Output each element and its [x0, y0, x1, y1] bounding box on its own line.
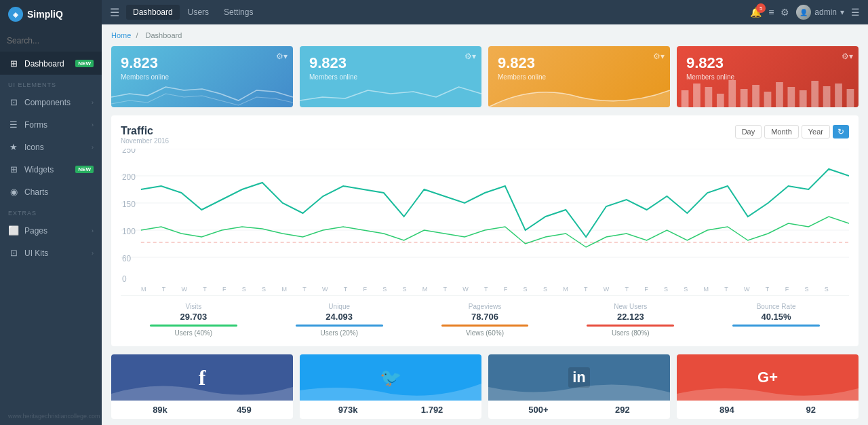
- sidebar-item-components[interactable]: ⊡ Components ›: [0, 91, 102, 113]
- google-value-2: 92: [806, 405, 816, 415]
- linkedin-icon: in: [568, 367, 590, 388]
- stat-card-1: 9.823 Members online ⚙▾: [111, 46, 293, 107]
- sidebar-item-pages[interactable]: ⬜ Pages ›: [0, 219, 102, 242]
- gear-icon-4[interactable]: ⚙▾: [842, 52, 853, 61]
- bouncerate-label: Bounce Rate: [703, 303, 849, 310]
- visits-label: Visits: [121, 303, 267, 310]
- pageviews-sub: Views (60%): [412, 329, 558, 337]
- twitter-card-bottom: 973k 1.792: [300, 401, 481, 419]
- svg-rect-5: [741, 89, 748, 107]
- traffic-stat-unique: Unique 24.093 Users (20%): [267, 303, 412, 337]
- svg-text:60: 60: [122, 254, 132, 263]
- traffic-header: Traffic November 2016 Day Month Year ↻: [121, 125, 849, 145]
- notification-icon[interactable]: 🔔 5: [750, 7, 762, 18]
- traffic-day-btn[interactable]: Day: [735, 125, 762, 138]
- sidebar-bottom-text: www.heritagechristiancollege.com: [0, 407, 102, 425]
- svg-rect-2: [705, 87, 713, 107]
- breadcrumb-current: Dashboard: [146, 31, 182, 39]
- traffic-section: Traffic November 2016 Day Month Year ↻: [111, 115, 859, 346]
- components-icon: ⊡: [8, 97, 19, 107]
- svg-rect-8: [776, 82, 783, 107]
- svg-rect-10: [800, 90, 807, 107]
- logo-icon: ◈: [8, 7, 23, 22]
- traffic-year-btn[interactable]: Year: [802, 125, 830, 138]
- svg-text:250: 250: [122, 149, 136, 155]
- sidebar-logo: ◈ SimpliQ: [0, 0, 102, 29]
- traffic-title: Traffic: [121, 125, 169, 137]
- visits-bar: [150, 325, 237, 327]
- twitter-value-2: 1.792: [421, 405, 443, 415]
- traffic-controls: Day Month Year ↻: [735, 125, 849, 138]
- sidebar: ◈ SimpliQ ⊞ Dashboard NEW UI ELEMENTS ⊡ …: [0, 0, 102, 425]
- linkedin-card-bottom: 500+ 292: [488, 401, 670, 419]
- svg-rect-6: [752, 85, 760, 107]
- pages-icon: ⬜: [8, 225, 19, 236]
- topnav: ☰ Dashboard Users Settings 🔔 5 ≡ ⚙ 👤 adm…: [102, 0, 868, 24]
- sidebar-item-icons[interactable]: ★ Icons ›: [0, 136, 102, 158]
- stat-chart-2: [300, 77, 481, 107]
- topnav-link-users[interactable]: Users: [181, 5, 216, 20]
- stat-number-1: 9.823: [121, 54, 283, 72]
- gear-icon-1[interactable]: ⚙▾: [276, 52, 288, 61]
- newusers-label: New Users: [557, 303, 703, 310]
- chevron-icon: ›: [92, 144, 94, 151]
- facebook-value-1: 89k: [153, 405, 167, 415]
- facebook-icon: f: [199, 365, 206, 390]
- svg-rect-9: [787, 87, 795, 107]
- svg-rect-1: [693, 84, 701, 107]
- traffic-month-btn[interactable]: Month: [764, 125, 799, 138]
- topnav-links: Dashboard Users Settings: [126, 5, 260, 20]
- visits-sub: Users (40%): [121, 329, 267, 337]
- traffic-title-group: Traffic November 2016: [121, 125, 169, 145]
- sidebar-item-ui-kits[interactable]: ⊡ UI Kits ›: [0, 242, 102, 264]
- topnav-link-settings[interactable]: Settings: [217, 5, 260, 20]
- newusers-bar: [587, 325, 674, 327]
- sidebar-item-widgets[interactable]: ⊞ Widgets NEW: [0, 158, 102, 181]
- settings-icon[interactable]: ⚙: [781, 7, 789, 18]
- newusers-sub: Users (80%): [557, 329, 703, 337]
- user-chevron: ▾: [840, 7, 844, 17]
- linkedin-stat-2: 292: [615, 405, 630, 415]
- traffic-stat-bouncerate: Bounce Rate 40.15%: [703, 303, 849, 337]
- dashboard-new-badge: NEW: [75, 60, 94, 67]
- extras-label: EXTRAS: [0, 203, 102, 219]
- svg-text:150: 150: [122, 200, 136, 209]
- stat-number-3: 9.823: [498, 54, 660, 72]
- list-icon[interactable]: ≡: [768, 7, 774, 18]
- twitter-card-top: 🐦: [300, 354, 481, 401]
- bouncerate-value: 40.15%: [703, 312, 849, 322]
- facebook-value-2: 459: [237, 405, 252, 415]
- stat-cards: 9.823 Members online ⚙▾ 9.823 Members on…: [111, 46, 859, 107]
- hamburger-icon[interactable]: ☰: [110, 6, 119, 19]
- gear-icon-3[interactable]: ⚙▾: [653, 52, 665, 61]
- svg-text:0: 0: [122, 274, 127, 284]
- unique-label: Unique: [267, 303, 412, 310]
- traffic-subtitle: November 2016: [121, 137, 169, 145]
- stat-card-3: 9.823 Members online ⚙▾: [488, 46, 670, 107]
- sidebar-item-label: Pages: [24, 226, 47, 236]
- traffic-chart: 250 200 150 100 60 0: [121, 149, 849, 284]
- forms-icon: ☰: [8, 119, 19, 130]
- unique-bar: [296, 325, 383, 327]
- unique-value: 24.093: [267, 312, 412, 322]
- user-menu[interactable]: 👤 admin ▾: [796, 5, 844, 20]
- traffic-refresh-btn[interactable]: ↻: [833, 125, 849, 138]
- stat-card-2: 9.823 Members online ⚙▾: [300, 46, 481, 107]
- breadcrumb-home[interactable]: Home: [111, 31, 131, 39]
- sidebar-item-label: Widgets: [24, 165, 54, 174]
- social-cards: f 89k 459: [111, 354, 859, 419]
- gear-icon-2[interactable]: ⚙▾: [465, 52, 476, 61]
- traffic-stat-pageviews: Pageviews 78.706 Views (60%): [412, 303, 558, 337]
- widgets-icon: ⊞: [8, 164, 19, 174]
- search-input[interactable]: [7, 36, 95, 45]
- sidebar-item-charts[interactable]: ◉ Charts: [0, 181, 102, 203]
- google-stat-1: 894: [719, 405, 734, 415]
- sidebar-item-forms[interactable]: ☰ Forms ›: [0, 113, 102, 136]
- topnav-link-dashboard[interactable]: Dashboard: [126, 5, 180, 20]
- topnav-right: 🔔 5 ≡ ⚙ 👤 admin ▾ ☰: [750, 5, 860, 20]
- sidebar-search-container: [0, 29, 102, 52]
- stat-chart-4: [677, 77, 859, 107]
- sidebar-item-dashboard[interactable]: ⊞ Dashboard NEW: [0, 52, 102, 75]
- topnav-hamburger-right[interactable]: ☰: [851, 7, 860, 18]
- visits-value: 29.703: [121, 312, 267, 322]
